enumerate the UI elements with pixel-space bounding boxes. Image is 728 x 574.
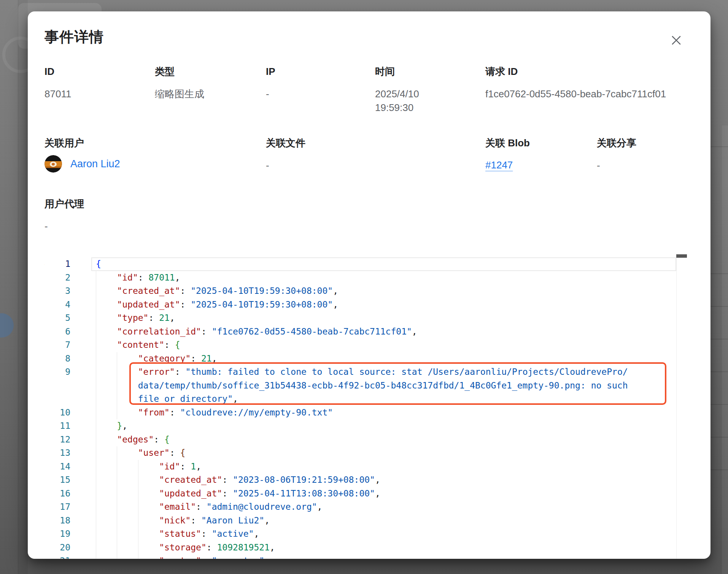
field-type-value: 缩略图生成 <box>155 87 266 101</box>
related-blob-link[interactable]: #1247 <box>485 159 513 171</box>
indent-guide <box>96 473 96 487</box>
code-line-content: "avatar": "gravatar", <box>91 554 687 559</box>
event-detail-dialog: 事件详情 ID 87011 类型 缩略图生成 IP - 时间 2025/4/10… <box>28 11 711 559</box>
backdrop-row-line <box>711 404 728 405</box>
indent-guide <box>96 325 96 339</box>
code-line-content: "created_at": "2023-08-06T19:21:59+08:00… <box>91 473 687 487</box>
indent-guide <box>96 500 96 514</box>
close-button[interactable] <box>666 30 687 51</box>
code-line-content: "storage": 1092819521, <box>91 541 687 555</box>
field-related-file-label: 关联文件 <box>266 136 485 149</box>
indent-guide <box>96 379 96 393</box>
field-request-id-label: 请求 ID <box>485 65 694 78</box>
code-line: 3 "created_at": "2025-04-10T19:59:30+08:… <box>45 284 687 298</box>
backdrop-row-line <box>711 371 728 372</box>
code-line: 12 "edges": { <box>45 433 687 447</box>
error-highlight-box <box>129 362 666 405</box>
indent-guide <box>138 487 138 501</box>
line-number: 5 <box>45 311 91 325</box>
code-line: 11 }, <box>45 419 687 433</box>
field-user-agent-value: - <box>45 219 694 233</box>
code-line: 14 "id": 1, <box>45 460 687 474</box>
code-line: 16 "updated_at": "2025-04-11T13:08:30+08… <box>45 487 687 501</box>
related-user-link[interactable]: Aaron Liu2 <box>70 158 120 170</box>
line-number: 14 <box>45 460 91 474</box>
field-request-id-value: f1ce0762-0d55-4580-beab-7cabc711cf01 <box>485 87 694 101</box>
indent-guide <box>117 392 117 406</box>
code-line-content: "id": 1, <box>91 460 687 474</box>
field-id-value: 87011 <box>45 87 155 101</box>
code-line: 19 "status": "active", <box>45 527 687 541</box>
code-line: 10 "from": "cloudreve://my/empty-90.txt" <box>45 406 687 420</box>
code-line: 17 "email": "admin@cloudreve.org", <box>45 500 687 514</box>
field-ip-label: IP <box>266 65 375 78</box>
line-number: 8 <box>45 352 91 366</box>
indent-guide <box>117 406 117 420</box>
line-number: 7 <box>45 338 91 352</box>
indent-guide <box>96 487 96 501</box>
code-line-content: "type": 21, <box>91 311 687 325</box>
line-number: 10 <box>45 406 91 420</box>
line-number: 9 <box>45 365 91 379</box>
line-number: 21 <box>45 554 91 559</box>
indent-guide <box>117 514 117 528</box>
line-number: 17 <box>45 500 91 514</box>
code-line: 15 "created_at": "2023-08-06T19:21:59+08… <box>45 473 687 487</box>
field-related-share-label: 关联分享 <box>597 136 694 149</box>
indent-guide <box>117 352 117 366</box>
field-type: 类型 缩略图生成 <box>155 65 266 114</box>
indent-guide <box>96 541 96 555</box>
code-line: 20 "storage": 1092819521, <box>45 541 687 555</box>
field-related-user: 关联用户 <box>45 136 266 173</box>
line-number: 6 <box>45 325 91 339</box>
field-time: 时间 2025/4/10 19:59:30 <box>375 65 485 114</box>
indent-guide <box>138 500 138 514</box>
code-line: 6 "correlation_id": "f1ce0762-0d55-4580-… <box>45 325 687 339</box>
code-line-content: "id": 87011, <box>91 271 687 285</box>
code-line-content: "nick": "Aaron Liu2", <box>91 514 687 528</box>
field-related-blob-label: 关联 Blob <box>485 136 597 149</box>
json-code-editor[interactable]: 1{2 "id": 87011,3 "created_at": "2025-04… <box>45 254 687 559</box>
indent-guide <box>96 460 96 474</box>
field-type-label: 类型 <box>155 65 266 78</box>
line-number <box>45 379 91 393</box>
indent-guide <box>117 554 117 559</box>
code-line-content: "updated_at": "2025-04-11T13:08:30+08:00… <box>91 487 687 501</box>
avatar <box>45 155 62 173</box>
line-number: 19 <box>45 527 91 541</box>
backdrop-row-line <box>711 273 728 274</box>
code-line: 21 "avatar": "gravatar", <box>45 554 687 559</box>
indent-guide <box>96 406 96 420</box>
backdrop-row-line <box>711 146 728 147</box>
line-number: 1 <box>45 257 91 271</box>
field-related-file-value: - <box>266 159 485 172</box>
indent-guide <box>138 460 138 474</box>
backdrop-scrollbar <box>722 125 728 574</box>
line-number: 3 <box>45 284 91 298</box>
line-number: 11 <box>45 419 91 433</box>
code-line-content: "edges": { <box>91 433 687 447</box>
code-line: 4 "updated_at": "2025-04-10T19:59:30+08:… <box>45 298 687 312</box>
field-ip: IP - <box>266 65 375 114</box>
code-line: 5 "type": 21, <box>45 311 687 325</box>
indent-guide <box>96 433 96 447</box>
indent-guide <box>96 298 96 312</box>
close-icon <box>670 34 682 46</box>
line-number: 2 <box>45 271 91 285</box>
meta-row-2: 关联用户 <box>45 136 694 173</box>
line-number: 20 <box>45 541 91 555</box>
indent-guide <box>117 446 117 460</box>
indent-guide <box>96 352 96 366</box>
code-line-content: "status": "active", <box>91 527 687 541</box>
indent-guide <box>96 271 96 285</box>
line-number <box>45 392 91 406</box>
field-ip-value: - <box>266 87 375 101</box>
code-line-content: "created_at": "2025-04-10T19:59:30+08:00… <box>91 284 687 298</box>
indent-guide <box>117 541 117 555</box>
code-line: 2 "id": 87011, <box>45 271 687 285</box>
indent-guide <box>117 473 117 487</box>
field-id: ID 87011 <box>45 65 155 114</box>
code-line-content: }, <box>91 419 687 433</box>
indent-guide <box>138 473 138 487</box>
code-line-content: "correlation_id": "f1ce0762-0d55-4580-be… <box>91 325 687 339</box>
